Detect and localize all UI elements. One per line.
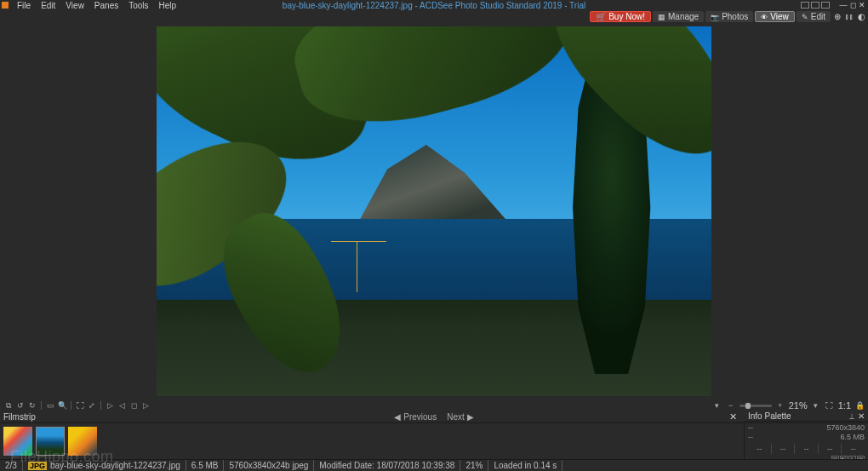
close-button[interactable]: ✕	[858, 2, 866, 9]
mask-icon[interactable]: ◐	[856, 12, 866, 22]
photos-mode-button[interactable]: Photos	[705, 11, 753, 22]
rotate-left-icon[interactable]: ↺	[15, 400, 26, 411]
stop-icon[interactable]: ◻	[128, 400, 139, 411]
viewer-toolbar: ⧉ ↺ ↻ ▭ 🔍 ⛶ ⤢ ▷ ◁ ◻ ▷ ▾ − + 21% ▾ ⛶ 1:1 …	[0, 399, 868, 411]
layout-icon-3[interactable]	[821, 2, 830, 9]
thumbnail-1[interactable]	[3, 427, 32, 456]
info-dash-2: --	[748, 433, 753, 442]
play-icon[interactable]: ▷	[105, 400, 115, 411]
menu-edit[interactable]: Edit	[36, 1, 60, 10]
jpg-badge: JPG	[28, 462, 47, 470]
zoom-ratio: 1:1	[838, 400, 851, 411]
filmstrip-nav: Filmstrip ◀ Previous Next ▶ ✕	[0, 411, 868, 423]
rotate-right-icon[interactable]: ↻	[27, 400, 37, 411]
zoom-in-icon[interactable]: +	[775, 400, 785, 411]
zoom-slider[interactable]	[740, 405, 772, 407]
info-cell-1: --	[748, 444, 772, 454]
info-cell-2: --	[772, 444, 796, 454]
zoom-percent: 21%	[789, 400, 808, 411]
close-palette-icon[interactable]: ✕	[858, 411, 865, 421]
filmstrip[interactable]	[0, 423, 744, 459]
info-filesize: 6.5 MB	[840, 433, 865, 442]
bottom-panel: Info Palette ⟂ ✕ --5760x3840 --6.5 MB --…	[0, 423, 868, 459]
thumbnail-2-selected[interactable]	[36, 427, 65, 456]
histogram-icon[interactable]: ⫾⫾	[844, 12, 854, 22]
previous-button[interactable]: ◀ Previous	[394, 412, 437, 422]
camera-icon	[711, 12, 719, 21]
menu-help[interactable]: Help	[154, 1, 182, 10]
thumbnail-3[interactable]	[68, 427, 97, 456]
select-tool-icon[interactable]: ▭	[45, 400, 55, 411]
menu-view[interactable]: View	[60, 1, 89, 10]
info-dash-1: --	[748, 423, 753, 433]
status-zoom: 21%	[460, 460, 488, 471]
zoom-menu-icon[interactable]: ▾	[811, 400, 821, 411]
info-palette: Info Palette ⟂ ✕ --5760x3840 --6.5 MB --…	[744, 423, 868, 459]
info-dimensions: 5760x3840	[826, 423, 865, 433]
next-nav-icon[interactable]: ▷	[140, 400, 151, 411]
view-mode-button[interactable]: View	[755, 11, 795, 22]
close-filmstrip-icon[interactable]: ✕	[729, 411, 737, 422]
status-index: 2/3	[0, 460, 23, 471]
status-dimensions: 5760x3840x24b jpeg	[224, 460, 314, 471]
status-loadtime: Loaded in 0.14 s	[488, 460, 562, 471]
info-cell-3: --	[795, 444, 819, 454]
expand-icon[interactable]: ⤢	[87, 400, 97, 411]
pencil-icon	[802, 12, 808, 21]
pin-icon[interactable]: ⟂	[849, 411, 854, 421]
edit-mode-button[interactable]: Edit	[797, 11, 831, 22]
zoom-out-icon[interactable]: −	[726, 400, 736, 411]
dropdown-icon[interactable]: ▾	[712, 400, 722, 411]
menu-panes[interactable]: Panes	[89, 1, 123, 10]
status-filesize: 6.5 MB	[186, 460, 225, 471]
minimize-button[interactable]: —	[839, 2, 848, 9]
layout-icon-2[interactable]	[811, 2, 819, 9]
eye-icon	[761, 12, 768, 21]
filmstrip-label: Filmstrip	[3, 412, 36, 422]
cart-icon: 🛒	[596, 12, 606, 21]
fit-screen-icon[interactable]: ⛶	[825, 400, 835, 411]
info-cell-5: --	[842, 444, 865, 454]
grid-icon	[658, 12, 665, 21]
three-sixty-icon[interactable]: ⊕	[832, 12, 842, 22]
layout-icon-1[interactable]	[801, 2, 809, 9]
info-cell-4: --	[819, 444, 842, 454]
status-bar: 2/3 JPGbay-blue-sky-daylight-1224237.jpg…	[0, 459, 868, 471]
displayed-photo	[157, 26, 711, 396]
info-palette-title: Info Palette	[748, 411, 791, 421]
window-controls: — ◻ ✕	[801, 2, 866, 9]
status-filename-cell: JPGbay-blue-sky-daylight-1224237.jpg	[23, 460, 186, 471]
prev-nav-icon[interactable]: ◁	[117, 400, 127, 411]
zoom-tool-icon[interactable]: 🔍	[57, 400, 67, 411]
lock-zoom-icon[interactable]: 🔒	[854, 400, 865, 411]
status-modified: Modified Date: 18/07/2018 10:39:38	[314, 460, 460, 471]
zoom-controls: ▾ − + 21% ▾ ⛶ 1:1 🔒	[712, 400, 865, 411]
fit-icon[interactable]: ⛶	[75, 400, 85, 411]
window-title: bay-blue-sky-daylight-1224237.jpg - ACDS…	[283, 1, 585, 10]
menu-file[interactable]: File	[12, 1, 36, 10]
menu-bar: File Edit View Panes Tools Help bay-blue…	[0, 0, 868, 10]
manage-mode-button[interactable]: Manage	[653, 11, 704, 22]
external-editor-icon[interactable]: ⧉	[3, 400, 14, 411]
mode-bar: 🛒Buy Now! Manage Photos View Edit ⊕ ⫾⫾ ◐	[0, 10, 868, 23]
status-filename: bay-blue-sky-daylight-1224237.jpg	[50, 461, 180, 470]
image-viewer[interactable]	[0, 23, 868, 399]
buy-now-button[interactable]: 🛒Buy Now!	[590, 11, 651, 22]
next-button[interactable]: Next ▶	[447, 412, 473, 422]
maximize-button[interactable]: ◻	[848, 2, 857, 9]
menu-tools[interactable]: Tools	[123, 1, 153, 10]
app-icon	[2, 2, 9, 9]
